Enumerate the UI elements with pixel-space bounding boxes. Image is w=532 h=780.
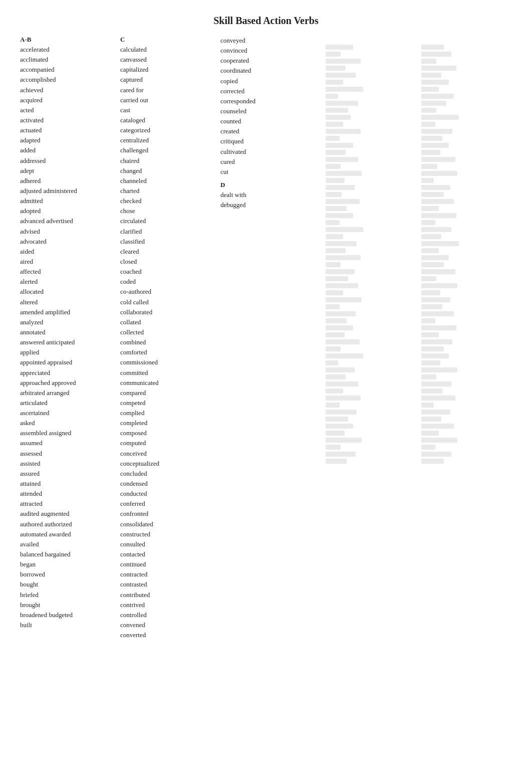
blur-block	[326, 255, 361, 260]
blur-block	[326, 220, 340, 225]
blur-block	[326, 396, 361, 401]
list-item: assisted	[20, 459, 115, 469]
blur-block	[326, 262, 341, 267]
list-item: audited augmented	[20, 509, 115, 519]
blur-block	[421, 199, 454, 204]
list-item: accelerated	[20, 45, 115, 55]
list-item: consulted	[120, 539, 215, 549]
list-item: challenged	[120, 145, 215, 155]
blur-block	[326, 417, 348, 422]
col-c2-words: conveyedconvincedcooperatedcoordinatedco…	[220, 36, 316, 177]
list-item: cleared	[120, 247, 215, 257]
list-item: affected	[20, 267, 115, 277]
list-item: commissioned	[120, 357, 215, 367]
blur-block	[421, 143, 449, 148]
blur-block	[421, 185, 450, 190]
blur-block	[421, 403, 434, 408]
list-item: acquired	[20, 95, 115, 105]
list-item: acted	[20, 105, 115, 115]
blur-block	[326, 403, 340, 408]
list-item: attracted	[20, 499, 115, 509]
blur-block	[326, 283, 358, 288]
blur-block	[326, 290, 343, 295]
blur-block	[326, 304, 340, 309]
list-item: analyzed	[20, 317, 115, 327]
blur-block	[421, 234, 441, 239]
list-item: automated awarded	[20, 529, 115, 539]
list-item: borrowed	[20, 569, 115, 579]
blur-block	[326, 410, 357, 415]
list-item: completed	[120, 418, 215, 428]
list-item: contrasted	[120, 579, 215, 590]
list-item: cared for	[120, 85, 215, 95]
blur-block	[326, 227, 363, 232]
list-item: collaborated	[120, 307, 215, 317]
list-item: briefed	[20, 590, 115, 600]
blur-block	[326, 206, 347, 211]
list-item: counseled	[220, 106, 316, 116]
list-item: conducted	[120, 489, 215, 499]
list-item: contributed	[120, 590, 215, 600]
blur-block	[421, 269, 455, 274]
list-item: assured	[20, 469, 115, 479]
list-item: categorized	[120, 125, 215, 135]
list-item: committed	[120, 368, 215, 378]
list-item: appreciated	[20, 368, 115, 378]
list-item: cut	[220, 167, 316, 177]
blur-block	[421, 388, 442, 394]
list-item: annotated	[20, 327, 115, 337]
list-item: attended	[20, 489, 115, 499]
list-item: actuated	[20, 125, 115, 135]
list-item: confronted	[120, 509, 215, 519]
blur-block	[421, 360, 440, 365]
blur-block	[421, 178, 434, 183]
list-item: accompanied	[20, 65, 115, 75]
list-item: converted	[120, 630, 215, 640]
page-title: Skill Based Action Verbs	[20, 15, 512, 27]
list-item: conceptualized	[120, 459, 215, 469]
blur-block	[421, 150, 440, 155]
blur-block	[326, 136, 340, 141]
list-item: corrected	[220, 86, 316, 96]
list-item: adapted	[20, 135, 115, 145]
blur-block	[421, 220, 435, 225]
list-item: ascertained	[20, 408, 115, 418]
blur-block	[421, 276, 436, 281]
list-item: accomplished	[20, 75, 115, 85]
list-item: adhered	[20, 176, 115, 186]
col-c-words: calculatedcanvassedcapitalizedcapturedca…	[120, 45, 215, 640]
blur-block	[326, 150, 346, 155]
list-item: copied	[220, 76, 316, 86]
column-c2d: conveyedconvincedcooperatedcoordinatedco…	[220, 36, 321, 640]
list-item: cooperated	[220, 56, 316, 66]
blur-block	[326, 94, 338, 99]
columns-wrapper: A-B acceleratedacclimatedaccompaniedacco…	[20, 36, 512, 640]
list-item: advocated	[20, 237, 115, 247]
blur-block	[326, 192, 342, 197]
column-ab: A-B acceleratedacclimatedaccompaniedacco…	[20, 36, 120, 640]
list-item: clarified	[120, 227, 215, 237]
blur-block	[326, 367, 355, 372]
blur-block	[421, 52, 451, 57]
list-item: aided	[20, 247, 115, 257]
list-item: began	[20, 559, 115, 569]
list-item: articulated	[20, 398, 115, 408]
blur-block	[326, 325, 353, 330]
blur-block	[421, 192, 444, 197]
list-item: alerted	[20, 277, 115, 287]
list-item: constructed	[120, 529, 215, 539]
list-item: appointed appraised	[20, 357, 115, 367]
list-item: availed	[20, 539, 115, 549]
list-item: coordinated	[220, 66, 316, 76]
col-ab-header: A-B	[20, 36, 115, 44]
blur-block	[326, 157, 358, 162]
blur-block	[421, 45, 444, 50]
list-item: addressed	[20, 156, 115, 166]
blur-block	[326, 108, 348, 113]
blur-block	[326, 115, 351, 120]
blur-block	[326, 122, 343, 127]
blur-block	[326, 269, 355, 274]
list-item: chaired	[120, 156, 215, 166]
list-item: convened	[120, 620, 215, 630]
list-item: conceived	[120, 449, 215, 459]
